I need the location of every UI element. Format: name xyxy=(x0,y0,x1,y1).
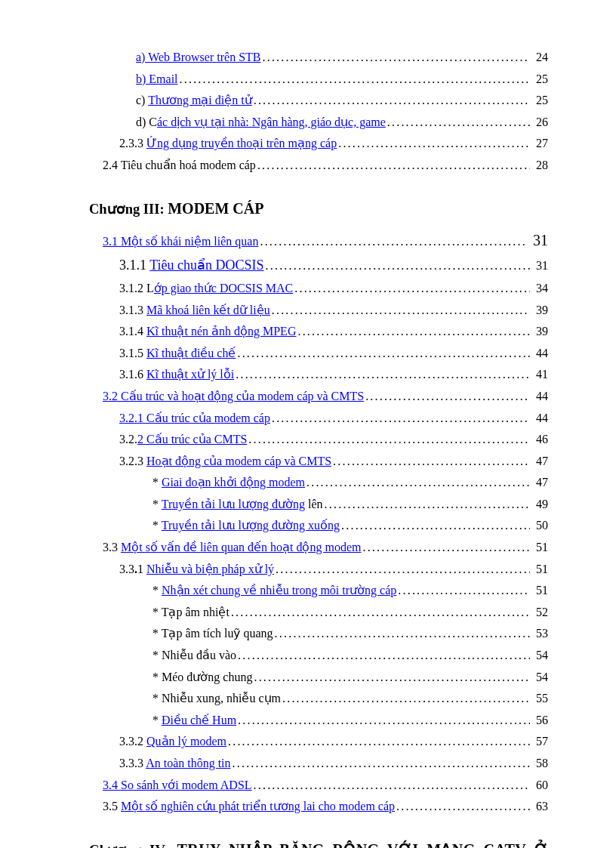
toc-entry: * Nhận xét chung về nhiễu trong môi trườ… xyxy=(152,581,548,600)
toc-link[interactable]: An toàn thông tin xyxy=(146,757,230,769)
toc-leaders: ........................................… xyxy=(238,646,530,665)
toc-link[interactable]: ớp giao thức DOCSIS MAC xyxy=(154,282,293,294)
toc-leaders: ........................................… xyxy=(306,473,530,492)
toc-leaders: ........................................… xyxy=(238,711,530,730)
toc-entry-label: 3.1.4 Kĩ thuật nén ảnh động MPEG xyxy=(119,322,296,341)
toc-entry-label: 3.3 Một số vấn đề liên quan đến hoạt độn… xyxy=(103,538,361,557)
toc-page-number: 49 xyxy=(531,495,548,514)
toc-entry-label: a) Web Browser trên STB xyxy=(136,48,261,67)
toc-link[interactable]: Mã khoá liên kết dữ liệu xyxy=(146,304,270,316)
toc-page-number: 51 xyxy=(531,581,548,600)
toc-page-number: 57 xyxy=(531,732,548,751)
toc-link[interactable]: Nhiễu và biện pháp xử lý xyxy=(146,563,274,575)
toc-link[interactable]: Quản lý modem xyxy=(146,735,226,748)
toc-link[interactable]: ác dịch vụ tại nhà: Ngân hàng, giáo dục,… xyxy=(157,116,386,128)
toc-link[interactable]: Điều chế Hum xyxy=(162,714,236,726)
toc-leaders: ........................................… xyxy=(254,91,530,110)
toc-entry-label: * Truyền tải lưu lượng đường xuống xyxy=(152,516,340,535)
toc-entry: 3.2 Cấu trúc và hoạt động của modem cáp … xyxy=(103,387,548,406)
chapter-3-prefix: Chương III: xyxy=(89,202,168,217)
toc-link[interactable]: 3.2.1 Cấu trúc của modem cáp xyxy=(119,412,270,424)
toc-entry-label: * Méo đường chung xyxy=(152,668,252,687)
toc-leaders: ........................................… xyxy=(228,732,530,751)
toc-entry: 3.1 Một số khái niệm liên quan .........… xyxy=(103,228,548,252)
toc-page-number: 44 xyxy=(531,409,548,428)
toc-entry-label: * Tạp âm nhiệt xyxy=(152,603,229,622)
toc-entry-label: * Điều chế Hum xyxy=(152,711,236,730)
toc-leaders: ........................................… xyxy=(257,156,530,175)
toc-page-number: 60 xyxy=(531,776,548,795)
toc-entry: * Tạp âm nhiệt .........................… xyxy=(152,603,548,622)
toc-link[interactable]: Kĩ thuật nén ảnh động MPEG xyxy=(146,325,296,338)
toc-entry: 3.3.2 Quản lý modem ....................… xyxy=(119,732,548,751)
toc-entry: * Truyền tải lưu lượng đường lên........… xyxy=(152,495,548,514)
toc-link[interactable]: 3.4 So sánh với modem ADSL xyxy=(103,779,252,791)
toc-link[interactable]: b) Email xyxy=(136,72,178,85)
toc-page-number: 56 xyxy=(531,711,548,730)
toc-link[interactable]: Kĩ thuật điều chế xyxy=(146,347,236,359)
toc-leaders: ........................................… xyxy=(237,344,530,363)
toc-leaders: ........................................… xyxy=(297,322,530,341)
page-container: a) Web Browser trên STB ................… xyxy=(0,0,616,848)
toc-entry-label: * Truyền tải lưu lượng đường lên xyxy=(152,495,323,514)
toc-entry-label: b) Email xyxy=(136,69,178,89)
toc-page-number: 47 xyxy=(531,452,548,471)
toc-link[interactable]: Giai đoạn khởi động modem xyxy=(162,476,305,489)
toc-link[interactable]: Truyền tải lưu lượng đường xyxy=(162,498,305,510)
chapter-3-heading: Chương III: MODEM CÁP xyxy=(89,196,548,221)
toc-entry-label: 3.2 Cấu trúc và hoạt động của modem cáp … xyxy=(103,387,364,406)
toc-link[interactable]: Truyền tải lưu lượng đường xuống xyxy=(162,519,340,532)
toc-link[interactable]: 2 Cấu trúc của CMTS xyxy=(137,433,247,446)
toc-link[interactable]: Hoạt động của modem cáp và CMTS xyxy=(146,455,331,467)
toc-leaders: ........................................… xyxy=(266,256,530,276)
toc-page-number: 44 xyxy=(531,344,548,363)
toc-leaders: ........................................… xyxy=(387,113,530,132)
toc-page-number: 51 xyxy=(531,538,548,557)
toc-entry-label: 3.3.3 An toàn thông tin xyxy=(119,754,231,773)
toc-page-number: 54 xyxy=(531,668,548,687)
toc-leaders: ........................................… xyxy=(263,48,531,67)
toc-entry-label: 2.3.3 Ứng dụng truyền thoại trên mạng cá… xyxy=(119,134,337,153)
toc-leaders: ........................................… xyxy=(272,301,530,320)
toc-leaders: ........................................… xyxy=(398,581,530,600)
toc-entry: 2.3.3 Ứng dụng truyền thoại trên mạng cá… xyxy=(119,134,548,153)
toc-leaders: ........................................… xyxy=(282,689,530,708)
toc-link[interactable]: Nhận xét chung về nhiễu trong môi trường… xyxy=(162,584,396,597)
toc-page-number: 46 xyxy=(531,430,548,449)
toc-link[interactable]: 3.2 Cấu trúc và hoạt động của modem cáp … xyxy=(103,390,364,402)
toc-leaders: ........................................… xyxy=(325,495,530,514)
toc-entry: 3.3.1 Nhiễu và biện pháp xử lý .........… xyxy=(119,560,548,579)
toc-page-number: 25 xyxy=(531,69,548,89)
toc-entry: * Điều chế Hum .........................… xyxy=(152,711,548,730)
toc-link[interactable]: Ứng dụng truyền thoại trên mạng cáp xyxy=(146,137,337,150)
toc-entry: 3.4 So sánh với modem ADSL .............… xyxy=(103,776,548,795)
chapter-4-heading: Chương IV: TRUY NHẬP BĂNG RỘNG VỚI MẠNG … xyxy=(89,837,548,848)
toc-entry-label: 3.1.1 Tiêu chuẩn DOCSIS xyxy=(119,254,264,276)
chapter-3-title: MODEM CÁP xyxy=(168,200,263,217)
toc-link[interactable]: Kĩ thuật xử lý lỗi xyxy=(146,368,234,381)
toc-page-number: 34 xyxy=(531,279,548,298)
toc-leaders: ........................................… xyxy=(272,409,530,428)
toc-entry-label: 3.2.2 Cấu trúc của CMTS xyxy=(119,430,247,449)
toc-page-number: 47 xyxy=(531,473,548,492)
chapter-4-prefix: Chương IV: xyxy=(89,843,177,848)
toc-leaders: ........................................… xyxy=(365,387,530,406)
toc-leaders: ........................................… xyxy=(248,430,530,449)
toc-entry: 3.2.2 Cấu trúc của CMTS ................… xyxy=(119,430,548,449)
toc-entry-label: 3.5 Một số nghiên cứu phát triển tương l… xyxy=(103,797,395,816)
toc-leaders: ........................................… xyxy=(338,134,530,153)
toc-entry: * Nhiễu xung, nhiễu cụm ................… xyxy=(152,689,548,708)
toc-entry: 3.3.3 An toàn thông tin ................… xyxy=(119,754,548,773)
toc-entry: * Giai đoạn khởi động modem ............… xyxy=(152,473,548,492)
toc-page-number: 51 xyxy=(531,560,548,579)
toc-link[interactable]: Thương mại điện tử xyxy=(148,94,252,106)
toc-link[interactable]: Tiêu chuẩn DOCSIS xyxy=(149,257,263,273)
toc-entry-label: 3.2.1 Cấu trúc của modem cáp xyxy=(119,409,270,428)
toc-link[interactable]: a) Web Browser trên STB xyxy=(136,51,261,63)
toc-link[interactable]: Một số nghiên cứu phát triển tương lai c… xyxy=(121,800,395,813)
toc-link[interactable]: Một số vấn đề liên quan đến hoạt động mo… xyxy=(121,541,361,554)
toc-page-number: 31 xyxy=(528,228,548,252)
toc-link[interactable]: 3.1 Một số khái niệm liên quan xyxy=(103,235,258,248)
toc-entry: c) Thương mại điện tử...................… xyxy=(136,91,548,110)
toc-page-number: 39 xyxy=(531,301,548,320)
